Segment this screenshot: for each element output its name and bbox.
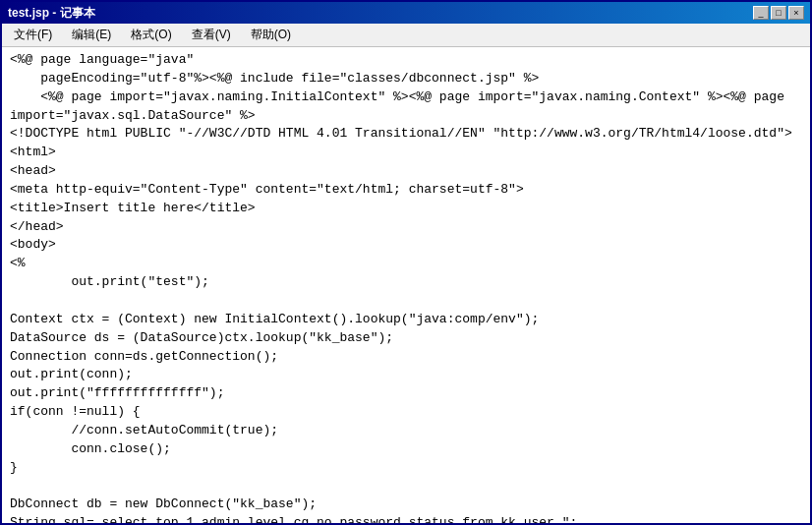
window-controls: _ □ ×: [753, 6, 804, 20]
minimize-button[interactable]: _: [753, 6, 769, 20]
notepad-window: test.jsp - 记事本 _ □ × 文件(F) 编辑(E) 格式(O) 查…: [0, 0, 812, 525]
menu-file[interactable]: 文件(F): [6, 25, 60, 45]
maximize-button[interactable]: □: [771, 6, 786, 20]
menu-format[interactable]: 格式(O): [123, 25, 179, 45]
menu-view[interactable]: 查看(V): [184, 25, 239, 45]
menu-help[interactable]: 帮助(O): [243, 25, 299, 45]
menu-bar: 文件(F) 编辑(E) 格式(O) 查看(V) 帮助(O): [2, 24, 810, 47]
code-editor[interactable]: <%@ page language="java" pageEncoding="u…: [2, 47, 810, 523]
title-bar: test.jsp - 记事本 _ □ ×: [2, 2, 810, 24]
close-button[interactable]: ×: [788, 6, 804, 20]
window-title: test.jsp - 记事本: [8, 5, 95, 22]
menu-edit[interactable]: 编辑(E): [64, 25, 119, 45]
